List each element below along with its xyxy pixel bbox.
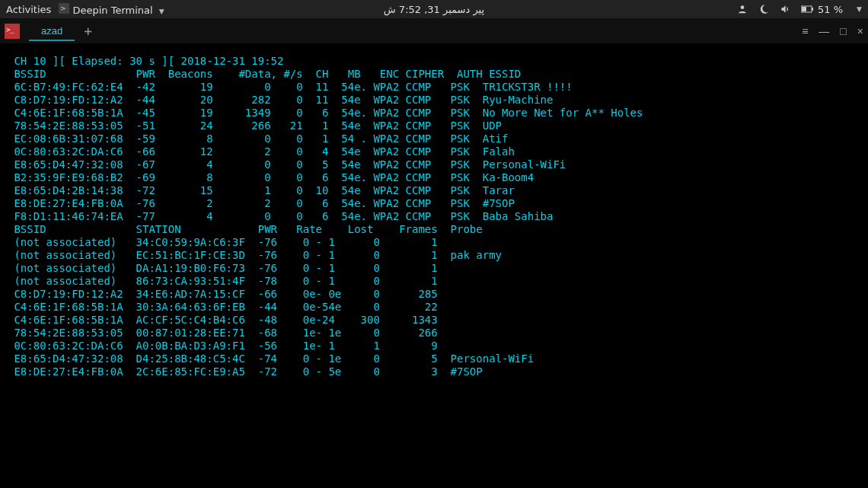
terminal-line: C8:D7:19:FD:12:A2 -44 20 282 0 11 54e WP… <box>8 94 860 107</box>
battery-indicator[interactable]: 51 % <box>801 4 843 15</box>
gnome-topbar: Activities > Deepin Terminal ▼ پیر دسمبر… <box>0 0 868 18</box>
terminal-line: C8:D7:19:FD:12:A2 34:E6:AD:7A:15:CF -66 … <box>8 288 860 301</box>
terminal-line: 78:54:2E:88:53:05 -51 24 266 21 1 54e WP… <box>8 120 860 132</box>
terminal-line: B2:35:9F:E9:68:B2 -69 8 0 0 6 54e. WPA2 … <box>8 171 860 184</box>
terminal-line: CH 10 ][ Elapsed: 30 s ][ 2018-12-31 19:… <box>8 55 860 68</box>
terminal-line: 78:54:2E:88:53:05 00:87:01:28:EE:71 -68 … <box>8 327 860 340</box>
terminal-line: 0C:80:63:2C:DA:C6 -66 12 2 0 4 54e WPA2 … <box>8 145 860 158</box>
svg-text:>: > <box>60 5 66 12</box>
terminal-line: (not associated) 34:C0:59:9A:C6:3F -76 0… <box>8 236 860 249</box>
terminal-line: C4:6E:1F:68:5B:1A AC:CF:5C:C4:B4:C6 -48 … <box>8 314 860 327</box>
volume-icon[interactable] <box>780 4 790 14</box>
app-menu[interactable]: > Deepin Terminal ▼ <box>59 3 164 16</box>
terminal-output[interactable]: CH 10 ][ Elapsed: 30 s ][ 2018-12-31 19:… <box>0 44 868 389</box>
chevron-down-icon: ▼ <box>159 8 164 15</box>
terminal-line: E8:65:D4:47:32:08 D4:25:8B:48:C5:4C -74 … <box>8 352 860 365</box>
user-icon[interactable] <box>737 4 748 14</box>
app-launcher-icon[interactable] <box>5 24 20 39</box>
terminal-line: C4:6E:1F:68:5B:1A -45 19 1349 0 6 54e. W… <box>8 107 860 120</box>
terminal-line: 0C:80:63:2C:DA:C6 A0:0B:BA:D3:A9:F1 -56 … <box>8 340 860 352</box>
hamburger-menu-icon[interactable]: ≡ <box>802 25 808 37</box>
terminal-line: E8:65:D4:47:32:08 -67 4 0 0 5 54e WPA2 C… <box>8 158 860 171</box>
terminal-line: (not associated) DA:A1:19:B0:F6:73 -76 0… <box>8 262 860 275</box>
terminal-line: E8:DE:27:E4:FB:0A 2C:6E:85:FC:E9:A5 -72 … <box>8 365 860 378</box>
minimize-button[interactable]: — <box>819 25 829 37</box>
maximize-button[interactable]: □ <box>840 25 846 37</box>
terminal-line: BSSID PWR Beacons #Data, #/s CH MB ENC C… <box>8 68 860 81</box>
terminal-icon: > <box>59 3 69 14</box>
terminal-line: E8:DE:27:E4:FB:0A -76 2 2 0 6 54e. WPA2 … <box>8 197 860 210</box>
battery-icon <box>801 5 815 13</box>
terminal-line: (not associated) EC:51:BC:1F:CE:3D -76 0… <box>8 249 860 262</box>
app-menu-label: Deepin Terminal <box>72 5 152 16</box>
terminal-line: E8:65:D4:2B:14:38 -72 15 1 0 10 54e WPA2… <box>8 184 860 197</box>
terminal-line: (not associated) 86:73:CA:93:51:4F -78 0… <box>8 275 860 288</box>
terminal-line: 6C:B7:49:FC:62:E4 -42 19 0 0 11 54e. WPA… <box>8 81 860 94</box>
battery-percent: 51 % <box>818 4 843 15</box>
tab-azad[interactable]: azad <box>29 21 75 41</box>
titlebar: azad + ≡ — □ × <box>0 18 868 44</box>
svg-point-2 <box>741 5 745 9</box>
new-tab-button[interactable]: + <box>75 23 101 39</box>
terminal-line: F8:D1:11:46:74:EA -77 4 0 0 6 54e. WPA2 … <box>8 210 860 223</box>
system-menu-chevron-icon[interactable]: ▼ <box>857 5 862 13</box>
crescent-icon[interactable] <box>758 4 769 14</box>
svg-rect-5 <box>802 7 806 11</box>
svg-rect-4 <box>812 8 813 11</box>
terminal-line: C4:6E:1F:68:5B:1A 30:3A:64:63:6F:EB -44 … <box>8 301 860 314</box>
close-button[interactable]: × <box>857 25 863 37</box>
terminal-line: EC:08:6B:31:07:68 -59 8 0 0 1 54 . WPA2 … <box>8 132 860 145</box>
activities-button[interactable]: Activities <box>6 4 51 15</box>
terminal-line: BSSID STATION PWR Rate Lost Frames Probe <box>8 223 860 236</box>
